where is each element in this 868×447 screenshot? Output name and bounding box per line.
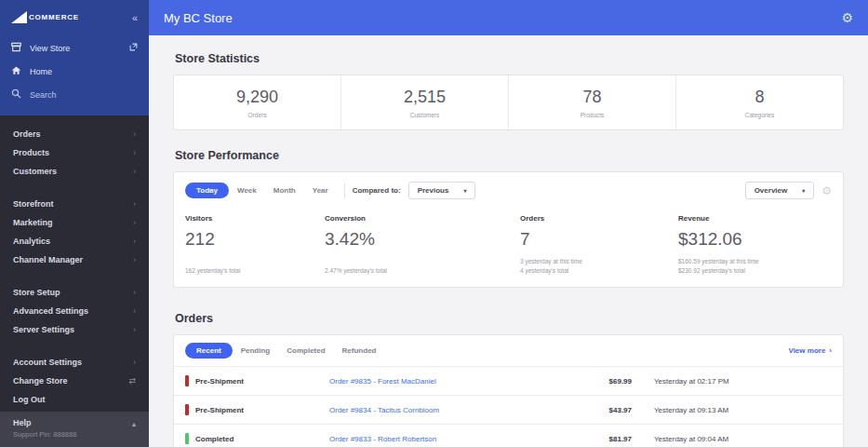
sidebar-item-search[interactable]: Search — [0, 83, 149, 106]
support-pin: Support Pin: 888888 — [13, 430, 76, 439]
stat-label: Orders — [248, 112, 267, 118]
sidebar-item-label: Storefront — [13, 199, 54, 209]
tab-week[interactable]: Week — [229, 183, 265, 198]
store-title: My BC Store — [164, 11, 233, 25]
compared-to-value: Previous — [418, 186, 449, 195]
order-status-cell: Pre-Shipment — [185, 375, 329, 386]
caret-down-icon: ▾ — [802, 187, 805, 194]
view-more-link[interactable]: View more › — [788, 346, 832, 355]
sidebar-item-label: Analytics — [13, 237, 50, 246]
sidebar-menu: Orders › Products › Customers › Storefro… — [0, 115, 149, 412]
sidebar-item-label: Customers — [13, 167, 57, 176]
tab-year[interactable]: Year — [304, 183, 337, 198]
help-text-block: Help Support Pin: 888888 — [13, 418, 76, 439]
sidebar-top-section: COMMERCE « View Store Home Search — [0, 0, 149, 115]
performance-settings-gear-icon[interactable]: ⚙ — [821, 184, 832, 197]
tab-pending[interactable]: Pending — [233, 343, 279, 359]
search-icon — [11, 88, 21, 101]
sidebar-item-advanced-settings[interactable]: Advanced Settings › — [0, 302, 149, 320]
chevron-right-icon: › — [133, 167, 136, 176]
logo-row: COMMERCE « — [0, 0, 149, 36]
stat-label: Categories — [745, 112, 774, 118]
sidebar-item-store-setup[interactable]: Store Setup › — [0, 283, 149, 302]
sidebar-item-change-store[interactable]: Change Store ⇄ — [0, 372, 149, 390]
order-status: Pre-Shipment — [195, 377, 244, 386]
tab-month[interactable]: Month — [265, 183, 304, 198]
chevron-right-icon: › — [133, 129, 136, 139]
order-link[interactable]: Order #9834 - Tacitus Cornbloom — [329, 406, 567, 414]
tab-today[interactable]: Today — [185, 183, 229, 198]
metric-label: Conversion — [325, 214, 520, 223]
sidebar-item-storefront[interactable]: Storefront › — [0, 195, 149, 213]
orders-card: Recent Pending Completed Refunded View m… — [173, 334, 844, 447]
sidebar-item-log-out[interactable]: Log Out — [0, 390, 149, 409]
sidebar-item-label: Home — [30, 67, 52, 76]
help-panel[interactable]: Help Support Pin: 888888 ▴ — [0, 412, 149, 447]
status-color-bar — [185, 433, 189, 444]
help-label: Help — [13, 418, 76, 427]
order-time: Yesterday at 09:13 AM — [632, 406, 832, 414]
sidebar-item-marketing[interactable]: Marketing › — [0, 213, 149, 232]
store-icon — [11, 42, 21, 54]
order-status: Completed — [195, 435, 234, 443]
caret-up-icon: ▴ — [132, 420, 136, 428]
order-status: Pre-Shipment — [195, 406, 244, 414]
overview-value: Overview — [754, 186, 788, 195]
status-color-bar — [185, 375, 189, 386]
chevron-right-icon: › — [829, 346, 832, 355]
view-more-label: View more — [788, 346, 825, 355]
stat-orders: 9,290 Orders — [174, 75, 341, 129]
sidebar-item-analytics[interactable]: Analytics › — [0, 232, 149, 251]
main-area: My BC Store ⚙ Store Statistics 9,290 Ord… — [149, 0, 868, 447]
metric-value: 7 — [520, 229, 678, 250]
sidebar-item-orders[interactable]: Orders › — [0, 125, 149, 143]
order-link[interactable]: Order #9833 - Robert Robertson — [329, 435, 567, 443]
sidebar-item-channel-manager[interactable]: Channel Manager › — [0, 251, 149, 269]
sidebar-item-account-settings[interactable]: Account Settings › — [0, 353, 149, 372]
performance-toolbar: Today Week Month Year Compared to: Previ… — [185, 182, 832, 199]
sidebar-item-label: Log Out — [13, 395, 46, 404]
chevron-right-icon: › — [133, 288, 136, 297]
metric-subtext: 162 yesterday's total — [185, 267, 325, 274]
metric-subtext: 3 yesterday at this time — [520, 258, 678, 264]
sidebar-item-products[interactable]: Products › — [0, 143, 149, 162]
sidebar-item-customers[interactable]: Customers › — [0, 162, 149, 181]
order-link[interactable]: Order #9835 - Forest MacDaniel — [329, 377, 567, 386]
sidebar-collapse-icon[interactable]: « — [132, 12, 138, 23]
metric-subtext: 2.47% yesterday's total — [325, 267, 520, 274]
metric-value: $312.06 — [678, 229, 832, 250]
sidebar-item-label: Search — [30, 90, 57, 100]
performance-metrics: Visitors 212 162 yesterday's total Conve… — [185, 214, 832, 274]
toolbar-right: Overview ▾ ⚙ — [745, 182, 832, 199]
overview-select[interactable]: Overview ▾ — [745, 182, 815, 199]
orders-title: Orders — [175, 312, 844, 325]
metric-subtext: 4 yesterday's total — [520, 267, 678, 274]
sidebar-item-home[interactable]: Home — [0, 60, 149, 83]
sidebar-item-server-settings[interactable]: Server Settings › — [0, 320, 149, 339]
stat-categories: 8 Categories — [676, 75, 843, 129]
home-icon — [11, 65, 21, 77]
store-statistics-title: Store Statistics — [175, 52, 844, 65]
bigcommerce-logo-icon — [11, 11, 27, 23]
sidebar: COMMERCE « View Store Home Search — [0, 0, 149, 447]
sidebar-item-label: Store Setup — [13, 288, 60, 297]
compared-to-select[interactable]: Previous ▾ — [408, 182, 476, 199]
metric-subtext: $160.59 yesterday at this time — [678, 258, 832, 264]
metric-subtext: $230.92 yesterday's total — [678, 267, 832, 274]
metric-orders: Orders 7 3 yesterday at this time 4 yest… — [520, 214, 678, 274]
order-row: Pre-Shipment Order #9834 - Tacitus Cornb… — [174, 395, 843, 424]
order-row: Completed Order #9833 - Robert Robertson… — [174, 424, 843, 447]
tab-refunded[interactable]: Refunded — [334, 343, 385, 359]
top-header: My BC Store ⚙ — [149, 0, 868, 35]
tab-completed[interactable]: Completed — [278, 343, 333, 359]
sidebar-item-label: Orders — [13, 129, 41, 139]
orders-toolbar: Recent Pending Completed Refunded View m… — [174, 335, 843, 366]
order-amount: $81.97 — [567, 435, 632, 443]
toolbar-divider — [344, 183, 345, 198]
tab-recent[interactable]: Recent — [185, 343, 233, 359]
order-row: Pre-Shipment Order #9835 - Forest MacDan… — [174, 366, 843, 395]
sidebar-item-view-store[interactable]: View Store — [0, 36, 149, 60]
metric-revenue: Revenue $312.06 $160.59 yesterday at thi… — [678, 214, 832, 274]
settings-gear-icon[interactable]: ⚙ — [841, 10, 853, 25]
order-amount: $43.97 — [567, 406, 632, 414]
